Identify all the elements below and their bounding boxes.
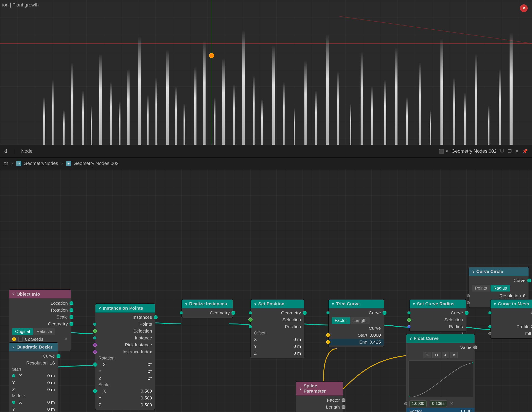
node-realize-instances-header[interactable]: ∨ Realize Instances	[182, 299, 233, 308]
value-rot-z: 0°	[148, 376, 152, 381]
copy-icon[interactable]: ❐	[508, 149, 512, 154]
node-collapse-arrow[interactable]: ∨	[185, 302, 187, 306]
node-collapse-arrow[interactable]: ∨	[12, 345, 15, 349]
header-node-label: Node	[21, 148, 33, 154]
tab-length[interactable]: Length	[351, 317, 370, 324]
fc-factor-val[interactable]: 1.0000	[409, 400, 427, 407]
node-collapse-arrow[interactable]: ∨	[254, 302, 256, 306]
node-instance-on-points[interactable]: ∨ Instance on Points Instances Points Se…	[95, 303, 155, 410]
plant-spike	[350, 104, 351, 145]
node-spline-parameter[interactable]: ∨ Spline Parameter Factor Length Index	[296, 381, 343, 412]
node-curve-to-mesh-title: Curve to Mesh	[498, 301, 529, 307]
node-collapse-arrow[interactable]: ∨	[299, 386, 302, 391]
breadcrumb-geo-nodes-002[interactable]: ◈ Geometry Nodes.002	[66, 161, 119, 166]
plant-spike	[283, 82, 285, 145]
tab-relative[interactable]: Relative	[33, 328, 55, 335]
render-icon[interactable]: ⬛	[439, 149, 444, 154]
shield-icon[interactable]: 🛡	[500, 149, 504, 154]
close-x-icon[interactable]: ✕	[515, 149, 519, 154]
node-set-position-title: Set Position	[258, 301, 284, 307]
socket-instances-out	[154, 315, 158, 319]
plant-spike	[166, 50, 169, 145]
svg-point-3	[472, 362, 473, 364]
node-row-rotation: Rotation	[9, 307, 71, 314]
section-offset: Offset:	[251, 330, 304, 336]
socket-ctm-curve-in	[488, 311, 491, 314]
header-separator: |	[13, 148, 15, 154]
close-button[interactable]: ✕	[520, 4, 528, 12]
node-row-cc-params: Points Radius	[469, 284, 529, 292]
tc-tab-group[interactable]: Factor Length	[332, 317, 370, 324]
node-row-sp-length: Length	[296, 403, 343, 411]
node-row-geometry: Geometry	[9, 320, 71, 327]
fc-menu-btn[interactable]: ∨	[450, 352, 458, 358]
node-row-tc-tabs: Factor Length	[329, 316, 384, 325]
node-row-location: Location	[9, 300, 71, 307]
breadcrumb-root: th	[4, 161, 8, 166]
pin-icon[interactable]: 📌	[522, 149, 528, 154]
label-pick-instance: Pick Instance	[98, 342, 152, 347]
node-collapse-arrow[interactable]: ∨	[494, 302, 496, 306]
param-points[interactable]: Points	[472, 285, 490, 291]
node-canvas[interactable]: ∨ Object Info Location Rotation Scale Ge…	[0, 170, 532, 412]
fc-factor-small[interactable]: 0.1062	[430, 400, 447, 407]
node-collapse-arrow[interactable]: ∨	[413, 302, 415, 306]
label-selection: Selection	[98, 328, 152, 334]
node-object-info[interactable]: ∨ Object Info Location Rotation Scale Ge…	[9, 289, 71, 351]
label-scale-z: Z	[98, 402, 138, 407]
node-set-position-header[interactable]: ∨ Set Position	[251, 299, 304, 308]
node-tab-group[interactable]: Original Relative	[12, 328, 55, 335]
plant-spike	[183, 104, 185, 145]
node-object-info-header[interactable]: ∨ Object Info	[9, 290, 71, 298]
seed-clear-btn[interactable]: ✕	[64, 337, 68, 342]
node-curve-circle-header[interactable]: ∨ Curve Circle	[469, 267, 529, 276]
node-spline-parameter-header[interactable]: ∨ Spline Parameter	[296, 382, 343, 395]
viewport-3d[interactable]: ion | Plant growth ✕	[0, 0, 532, 145]
node-curve-to-mesh[interactable]: ∨ Curve to Mesh Curve Mesh Profile Curve…	[490, 299, 532, 339]
node-trim-curve-header[interactable]: ∨ Trim Curve	[329, 299, 384, 308]
label-fc-value: Value	[409, 345, 472, 350]
socket-geom-in	[180, 311, 183, 314]
tab-factor[interactable]: Factor	[332, 317, 350, 324]
node-set-position[interactable]: ∨ Set Position Geometry Selection Positi…	[250, 299, 304, 358]
node-realize-instances[interactable]: ∨ Realize Instances Geometry	[181, 299, 233, 318]
node-curve-to-mesh-header[interactable]: ∨ Curve to Mesh	[491, 299, 532, 308]
node-quadratic-bezier-header[interactable]: ∨ Quadratic Bezier	[9, 343, 58, 351]
node-collapse-arrow[interactable]: ∨	[332, 302, 334, 306]
label-cc-curve: Curve	[472, 278, 525, 283]
label-rot-z: Z	[98, 376, 145, 381]
breadcrumb-geo-nodes[interactable]: ⚙ GeometryNodes	[16, 161, 58, 166]
label-tc-curve2: Curve	[332, 326, 381, 331]
node-quadratic-bezier[interactable]: ∨ Quadratic Bezier Curve Resolution 16 S…	[9, 342, 58, 412]
param-radius[interactable]: Radius	[491, 285, 510, 291]
socket-sp-geometry-out	[303, 311, 307, 315]
fc-add-btn[interactable]: ⊕	[423, 352, 431, 358]
node-instance-on-points-header[interactable]: ∨ Instance on Points	[95, 304, 155, 312]
fc-factor-close[interactable]: ✕	[450, 401, 454, 406]
fc-sub-btn[interactable]: ⊖	[432, 352, 440, 358]
node-trim-curve[interactable]: ∨ Trim Curve Curve Factor Length Curve S…	[328, 299, 384, 347]
node-float-curve-header[interactable]: ∨ Float Curve	[406, 334, 475, 343]
node-seed-row: 02 Seeds ✕	[9, 336, 71, 343]
dropdown-arrow[interactable]: ▾	[446, 149, 448, 154]
node-collapse-arrow[interactable]: ∨	[98, 306, 101, 310]
node-collapse-arrow[interactable]: ∨	[12, 292, 15, 296]
node-fc-factor-value-row: Factor 1.000	[406, 408, 475, 412]
socket-cc-curve-out	[527, 278, 531, 282]
node-set-curve-radius[interactable]: ∨ Set Curve Radius Curve Selection Radiu…	[409, 299, 466, 332]
section-scale: Scale:	[95, 382, 155, 388]
value-mid-x: 0 m	[47, 400, 55, 405]
node-collapse-arrow[interactable]: ∨	[409, 336, 412, 341]
cc-param-group[interactable]: Points Radius	[472, 285, 510, 291]
node-fc-factor-row: 1.0000 0.1062 ✕	[406, 400, 475, 408]
label-offset-y: Y	[254, 344, 291, 349]
node-float-curve[interactable]: ∨ Float Curve Value ⊕ ⊖ ● ∨	[406, 334, 475, 412]
tab-original[interactable]: Original	[12, 328, 33, 335]
socket-geometry-out	[69, 322, 73, 326]
node-set-curve-radius-header[interactable]: ∨ Set Curve Radius	[409, 299, 466, 308]
label-tc-start: Start	[332, 333, 367, 338]
fc-dot-btn[interactable]: ●	[442, 352, 449, 358]
node-row-rot-y: Y 0°	[95, 368, 155, 375]
value-offset-z: 0 m	[294, 351, 301, 356]
node-collapse-arrow[interactable]: ∨	[472, 269, 475, 274]
